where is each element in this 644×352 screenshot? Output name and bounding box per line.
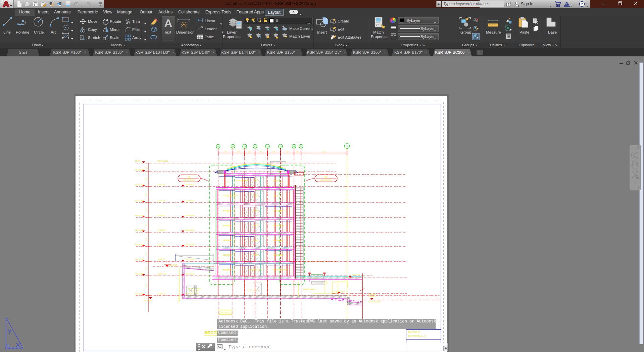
svg-text:16: 16	[293, 146, 295, 148]
svg-text:LEVEL 00: LEVEL 00	[158, 258, 165, 260]
svg-text:BEDROOM 2: BEDROOM 2	[223, 240, 233, 241]
svg-text:FFL+SSL 25.475: FFL+SSL 25.475	[334, 291, 345, 293]
svg-text:3600: 3600	[224, 151, 228, 153]
svg-text:2410: 2410	[145, 252, 147, 256]
svg-text:LOBBY: LOBBY	[253, 210, 258, 212]
svg-text:FFL+SSL 23.985: FFL+SSL 23.985	[369, 301, 381, 303]
svg-text:SSL 49.815: SSL 49.815	[186, 184, 194, 186]
svg-text:11: 11	[232, 146, 234, 148]
svg-text:RECREATION: RECREATION	[274, 240, 284, 241]
svg-text:RECREATION: RECREATION	[274, 210, 284, 212]
svg-text:PARKING: PARKING	[369, 294, 376, 295]
svg-text:3650: 3650	[145, 193, 147, 196]
svg-text:LEVEL -02: LEVEL -02	[158, 293, 166, 295]
svg-text:BEDROOM 2: BEDROOM 2	[223, 225, 233, 227]
svg-text:KSR-SJP-BC400: KSR-SJP-BC400	[183, 180, 195, 181]
svg-text:SSL 42.550: SSL 42.550	[186, 214, 194, 216]
svg-text:AIR EXTRACT FANS: AIR EXTRACT FANS	[188, 288, 201, 290]
svg-text:SECTION 1 - 1: SECTION 1 - 1	[408, 335, 426, 338]
svg-text:2800: 2800	[237, 151, 241, 153]
svg-text:LEVEL 05: LEVEL 05	[158, 184, 165, 186]
svg-text:LOBBY: LOBBY	[253, 195, 258, 197]
svg-text:55.245: 55.245	[135, 160, 141, 162]
svg-text:SSL 25.435: SSL 25.435	[144, 300, 152, 302]
svg-text:1595: 1595	[296, 151, 299, 153]
svg-text:DINING: DINING	[274, 195, 279, 197]
svg-text:BEDROOM 2: BEDROOM 2	[223, 210, 233, 212]
svg-text:3600: 3600	[273, 151, 276, 153]
svg-text:LEVEL 04: LEVEL 04	[158, 200, 165, 202]
svg-text:14: 14	[266, 146, 269, 148]
svg-text:ENTRANCE HALL: ENTRANCE HALL	[250, 269, 263, 271]
svg-text:CYCLE STAND: CYCLE STAND	[248, 289, 257, 291]
svg-text:12: 12	[244, 146, 246, 148]
svg-text:1A: 1A	[188, 176, 191, 178]
svg-text:LEVEL -01: LEVEL -01	[158, 273, 166, 275]
svg-text:2900: 2900	[145, 238, 147, 241]
svg-text:BEDROOM 3: BEDROOM 3	[223, 269, 233, 271]
svg-text:Ld: Ld	[178, 301, 180, 303]
svg-text:LEVEL -3: LEVEL -3	[369, 296, 376, 298]
svg-text:SSL 33.890: SSL 33.890	[186, 258, 194, 260]
svg-text:SSL 46.200: SSL 46.200	[186, 200, 194, 202]
svg-text:LOBBY: LOBBY	[253, 254, 258, 256]
svg-text:BLOCK B: BLOCK B	[408, 331, 420, 334]
svg-text:4000: 4000	[248, 151, 252, 153]
svg-text:2600: 2600	[280, 180, 282, 183]
svg-text:LOBBY: LOBBY	[253, 180, 258, 182]
svg-text:13: 13	[254, 146, 256, 148]
svg-text:PARKING LEVEL -2: PARKING LEVEL -2	[303, 289, 317, 290]
svg-text:17: 17	[300, 146, 302, 148]
svg-text:RECREATION: RECREATION	[274, 225, 284, 227]
svg-text:LEVEL 03: LEVEL 03	[158, 214, 165, 216]
svg-text:STUDY BEDROOM: STUDY BEDROOM	[235, 180, 249, 182]
svg-text:3600: 3600	[286, 151, 289, 153]
svg-text:1175: 1175	[145, 166, 147, 169]
svg-text:DINING: DINING	[274, 180, 279, 182]
svg-text:RECEPTION / BAR: RECEPTION / BAR	[274, 269, 287, 271]
svg-text:2600: 2600	[280, 195, 282, 198]
svg-text:BLOCK B: BLOCK B	[221, 311, 230, 313]
svg-text:x–x: x–x	[346, 145, 349, 147]
svg-text:3100: 3100	[145, 267, 147, 270]
svg-text:10500: 10500	[322, 151, 326, 153]
svg-text:2D: 2D	[636, 156, 639, 159]
svg-text:10: 10	[217, 146, 219, 148]
svg-text:2800: 2800	[260, 151, 263, 153]
svg-text:LOBBY: LOBBY	[253, 240, 258, 241]
svg-text:LOBBY: LOBBY	[253, 225, 258, 227]
svg-text:3300: 3300	[145, 223, 147, 227]
svg-text:KSR-SJP-BC400: KSR-SJP-BC400	[320, 180, 332, 181]
svg-text:LEVEL 01: LEVEL 01	[158, 244, 165, 246]
svg-text:3300: 3300	[145, 178, 147, 181]
svg-text:SSL 29.640: SSL 29.640	[352, 274, 360, 275]
svg-text:SSL 29.790: SSL 29.790	[186, 273, 194, 275]
svg-text:BEDROOM 2: BEDROOM 2	[223, 254, 233, 256]
svg-text:4400: 4400	[145, 284, 147, 287]
svg-text:RECREATION: RECREATION	[274, 254, 284, 256]
svg-text:SSL 39.200: SSL 39.200	[186, 229, 194, 231]
svg-text:3650: 3650	[145, 208, 147, 212]
svg-text:LEVEL 02: LEVEL 02	[158, 229, 165, 231]
svg-text:1B: 1B	[325, 176, 328, 178]
svg-text:SSL 36.300: SSL 36.300	[186, 244, 194, 246]
svg-text:15: 15	[280, 146, 282, 148]
svg-text:2600: 2600	[228, 180, 229, 183]
svg-text:STUDY / BEDROOM: STUDY / BEDROOM	[223, 195, 238, 197]
svg-text:POND: POND	[313, 277, 317, 279]
svg-text:ROOF LEVEL: ROOF LEVEL	[158, 160, 168, 162]
